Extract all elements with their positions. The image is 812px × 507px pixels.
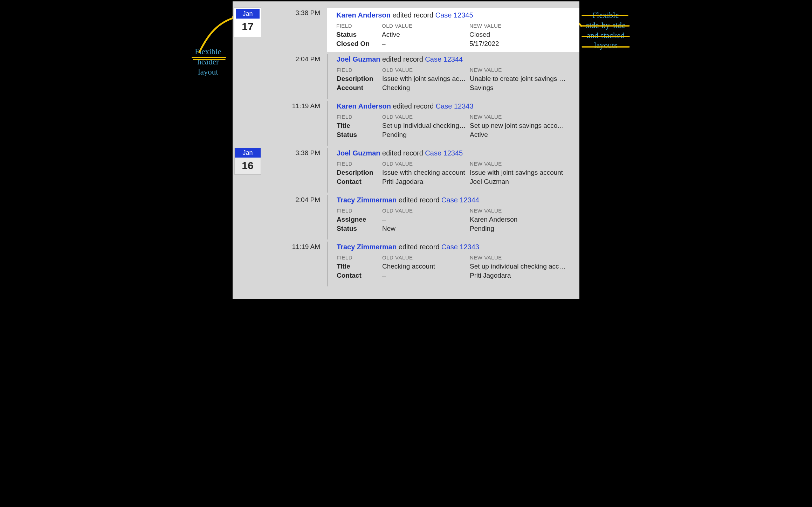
table-row: AccountCheckingSavings — [337, 83, 572, 92]
action-text: edited record — [392, 11, 433, 19]
change-old: – — [382, 215, 470, 224]
change-new: Pending — [470, 224, 572, 233]
col-header-old: OLD VALUE — [382, 161, 470, 168]
table-row: Contact–Priti Jagodara — [337, 271, 572, 280]
col-header-field: FIELD — [337, 255, 382, 262]
event-headline: Tracy Zimmerman edited record Case 12343 — [337, 243, 572, 251]
table-row: TitleChecking accountSet up individual c… — [337, 262, 572, 271]
table-row: TitleSet up individual checking acc…Set … — [337, 121, 572, 130]
event-time: 2:04 PM — [233, 54, 327, 99]
activity-event: 11:19 AMKaren Anderson edited record Cas… — [233, 101, 579, 146]
action-text: edited record — [382, 149, 423, 157]
event-time: 11:19 AM — [233, 101, 327, 146]
col-header-field: FIELD — [337, 114, 382, 121]
event-content: Karen Anderson edited record Case 12343F… — [327, 101, 579, 146]
change-field: Status — [337, 130, 382, 139]
change-old: New — [382, 224, 470, 233]
event-content: Joel Guzman edited record Case 12345FIEL… — [327, 148, 579, 193]
changes-table: FIELDOLD VALUENEW VALUETitleChecking acc… — [337, 255, 572, 280]
action-text: edited record — [393, 102, 434, 110]
case-link[interactable]: Case 12344 — [425, 55, 463, 63]
case-link[interactable]: Case 12345 — [435, 11, 473, 19]
table-row: Assignee–Karen Anderson — [337, 215, 572, 224]
event-headline: Joel Guzman edited record Case 12345 — [337, 149, 572, 157]
activity-log-panel: Jan173:38 PMKaren Anderson edited record… — [233, 1, 579, 299]
activity-event: 11:19 AMTracy Zimmerman edited record Ca… — [233, 242, 579, 286]
changes-table: FIELDOLD VALUENEW VALUEStatusActiveClose… — [336, 23, 572, 48]
activity-event: 3:38 PMKaren Anderson edited record Case… — [233, 8, 579, 52]
user-link[interactable]: Tracy Zimmerman — [337, 243, 397, 251]
change-new: Priti Jagodara — [470, 271, 572, 280]
annotation-left: Flexibleheaderlayout — [185, 47, 231, 77]
changes-table: FIELDOLD VALUENEW VALUEDescriptionIssue … — [337, 67, 572, 92]
change-new: 5/17/2022 — [469, 39, 572, 48]
table-row: DescriptionIssue with checking accountIs… — [337, 168, 572, 177]
col-header-field: FIELD — [337, 208, 382, 215]
case-link[interactable]: Case 12343 — [436, 102, 474, 110]
change-old: Active — [382, 30, 469, 39]
change-field: Assignee — [337, 215, 382, 224]
col-header-new: NEW VALUE — [469, 23, 572, 30]
date-card-month: Jan — [235, 148, 261, 158]
change-field: Description — [337, 168, 382, 177]
col-header-old: OLD VALUE — [382, 255, 470, 262]
annotation-right-text: Flexibleside-by-sideand stackedlayouts — [586, 11, 625, 50]
case-link[interactable]: Case 12345 — [425, 149, 463, 157]
col-header-new: NEW VALUE — [470, 114, 572, 121]
date-card-day: 16 — [235, 158, 261, 174]
change-field: Title — [337, 121, 382, 130]
user-link[interactable]: Tracy Zimmerman — [337, 196, 397, 204]
annotation-left-text: Flexibleheaderlayout — [195, 47, 221, 76]
change-field: Description — [337, 74, 382, 83]
changes-table: FIELDOLD VALUENEW VALUEAssignee–Karen An… — [337, 208, 572, 233]
action-text: edited record — [382, 55, 423, 63]
event-time: 11:19 AM — [233, 242, 327, 286]
activity-groups: Jan173:38 PMKaren Anderson edited record… — [233, 8, 579, 286]
date-card-month: Jan — [236, 9, 260, 19]
user-link[interactable]: Karen Anderson — [336, 11, 391, 19]
table-row: DescriptionIssue with joint savings acco… — [337, 74, 572, 83]
day-group: Jan163:38 PMJoel Guzman edited record Ca… — [233, 148, 579, 286]
user-link[interactable]: Joel Guzman — [337, 149, 380, 157]
changes-table: FIELDOLD VALUENEW VALUEDescriptionIssue … — [337, 161, 572, 186]
user-link[interactable]: Joel Guzman — [337, 55, 380, 63]
change-old: Issue with joint savings account — [382, 74, 470, 83]
col-header-field: FIELD — [337, 161, 382, 168]
case-link[interactable]: Case 12343 — [441, 243, 479, 251]
change-old: – — [382, 271, 470, 280]
table-row: StatusActiveClosed — [336, 30, 572, 39]
change-field: Account — [337, 83, 382, 92]
change-field: Closed On — [336, 39, 382, 48]
change-new: Closed — [469, 30, 572, 39]
col-header-old: OLD VALUE — [382, 23, 469, 30]
col-header-new: NEW VALUE — [470, 208, 572, 215]
col-header-new: NEW VALUE — [470, 67, 572, 74]
day-group: Jan173:38 PMKaren Anderson edited record… — [233, 8, 579, 146]
change-new: Active — [470, 130, 572, 139]
col-header-field: FIELD — [337, 67, 382, 74]
activity-event: 3:38 PMJoel Guzman edited record Case 12… — [233, 148, 579, 193]
col-header-new: NEW VALUE — [470, 255, 572, 262]
date-card: Jan17 — [234, 8, 261, 37]
activity-event: 2:04 PMJoel Guzman edited record Case 12… — [233, 54, 579, 99]
change-old: Priti Jagodara — [382, 177, 470, 186]
change-new: Karen Anderson — [470, 215, 572, 224]
table-row: ContactPriti JagodaraJoel Guzman — [337, 177, 572, 186]
event-content: Joel Guzman edited record Case 12344FIEL… — [327, 54, 579, 99]
table-row: StatusNewPending — [337, 224, 572, 233]
event-headline: Karen Anderson edited record Case 12345 — [336, 11, 572, 19]
table-row: StatusPendingActive — [337, 130, 572, 139]
change-old: Set up individual checking acc… — [382, 121, 470, 130]
col-header-old: OLD VALUE — [382, 114, 470, 121]
change-new: Set up new joint savings acco… — [470, 121, 572, 130]
change-field: Status — [337, 224, 382, 233]
change-old: Pending — [382, 130, 470, 139]
changes-table: FIELDOLD VALUENEW VALUETitleSet up indiv… — [337, 114, 572, 139]
activity-event: 2:04 PMTracy Zimmerman edited record Cas… — [233, 195, 579, 239]
event-content: Karen Anderson edited record Case 12345F… — [327, 8, 579, 52]
col-header-new: NEW VALUE — [470, 161, 572, 168]
change-old: – — [382, 39, 469, 48]
col-header-field: FIELD — [336, 23, 382, 30]
user-link[interactable]: Karen Anderson — [337, 102, 391, 110]
case-link[interactable]: Case 12344 — [441, 196, 479, 204]
